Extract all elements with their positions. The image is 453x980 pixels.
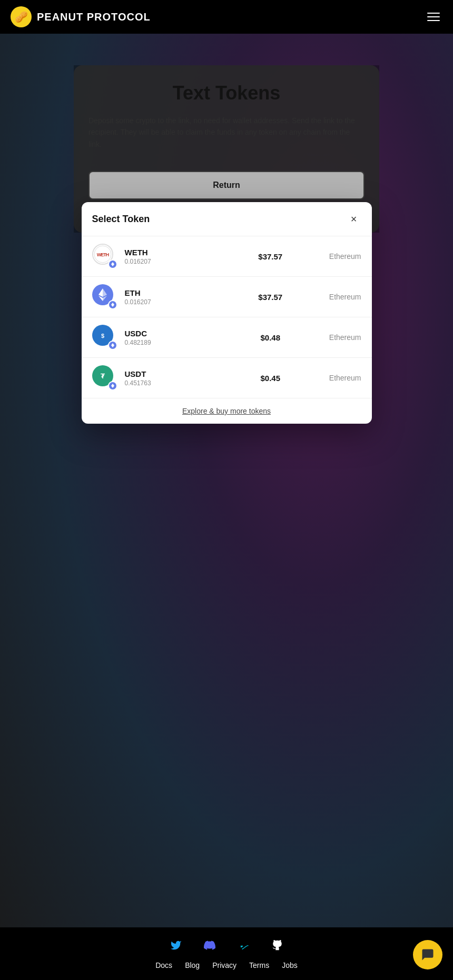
footer-link-jobs[interactable]: Jobs <box>282 961 298 969</box>
github-icon[interactable] <box>268 936 287 955</box>
usdt-chain: Ethereum <box>319 374 361 382</box>
header: 🥜 PEANUT PROTOCOL <box>0 0 453 34</box>
eth-chain-icon <box>108 300 117 309</box>
usdt-info: USDT 0.451763 <box>125 369 222 387</box>
hamburger-line-2 <box>427 16 440 17</box>
app-title: PEANUT PROTOCOL <box>37 11 151 23</box>
weth-symbol: WETH <box>125 248 222 257</box>
svg-marker-15 <box>111 384 114 388</box>
svg-marker-3 <box>111 262 114 266</box>
footer-link-docs[interactable]: Docs <box>155 961 172 969</box>
usdt-balance: 0.451763 <box>125 379 222 387</box>
usdc-symbol: USDC <box>125 329 222 338</box>
hamburger-line-3 <box>427 20 440 21</box>
usdc-icon-wrapper: $ <box>92 325 117 350</box>
weth-chain-icon <box>108 259 117 269</box>
modal-close-button[interactable]: × <box>347 212 361 226</box>
select-token-modal: Select Token × WETH <box>82 202 372 424</box>
header-left: 🥜 PEANUT PROTOCOL <box>11 6 151 27</box>
usdc-usd: $0.48 <box>222 333 319 342</box>
footer: Docs Blog Privacy Terms Jobs <box>0 927 453 980</box>
weth-icon-wrapper: WETH <box>92 244 117 269</box>
modal-title: Select Token <box>92 214 150 225</box>
svg-text:$: $ <box>101 333 104 339</box>
token-item-usdt[interactable]: ₮ USDT 0.451763 $0.4 <box>82 358 372 398</box>
svg-text:₮: ₮ <box>101 373 105 380</box>
main-card: Text Tokens Deposit some crypto to the l… <box>74 65 379 233</box>
gitbook-icon[interactable] <box>234 936 253 955</box>
eth-info: ETH 0.016207 <box>125 288 222 306</box>
logo-icon: 🥜 <box>11 6 32 27</box>
modal-overlay: Select Token × WETH <box>74 65 379 233</box>
weth-balance: 0.016207 <box>125 258 222 265</box>
svg-marker-9 <box>111 303 114 307</box>
usdt-icon-wrapper: ₮ <box>92 365 117 391</box>
token-item-eth[interactable]: ETH 0.016207 $37.57 Ethereum <box>82 277 372 317</box>
usdc-chain: Ethereum <box>319 333 361 342</box>
svg-text:WETH: WETH <box>96 252 109 257</box>
chat-button[interactable] <box>413 940 442 969</box>
modal-header: Select Token × <box>82 202 372 236</box>
eth-usd: $37.57 <box>222 293 319 302</box>
usdc-balance: 0.482189 <box>125 339 222 346</box>
weth-chain: Ethereum <box>319 252 361 261</box>
menu-button[interactable] <box>425 10 442 24</box>
usdt-symbol: USDT <box>125 369 222 378</box>
svg-marker-12 <box>111 343 114 347</box>
discord-icon[interactable] <box>200 936 219 955</box>
token-item-weth[interactable]: WETH WETH 0.016207 $ <box>82 236 372 277</box>
footer-icons <box>11 936 442 955</box>
footer-link-privacy[interactable]: Privacy <box>212 961 237 969</box>
footer-links: Docs Blog Privacy Terms Jobs <box>11 961 442 969</box>
weth-info: WETH 0.016207 <box>125 248 222 265</box>
explore-link[interactable]: Explore & buy more tokens <box>82 398 372 424</box>
eth-chain: Ethereum <box>319 293 361 301</box>
token-item-usdc[interactable]: $ USDC 0.482189 $0.4 <box>82 317 372 358</box>
twitter-icon[interactable] <box>166 936 185 955</box>
token-list: WETH WETH 0.016207 $ <box>82 236 372 398</box>
usdt-usd: $0.45 <box>222 374 319 383</box>
footer-link-terms[interactable]: Terms <box>249 961 269 969</box>
footer-link-blog[interactable]: Blog <box>185 961 200 969</box>
modal-body: WETH WETH 0.016207 $ <box>82 236 372 424</box>
usdc-info: USDC 0.482189 <box>125 329 222 346</box>
weth-usd: $37.57 <box>222 252 319 261</box>
hamburger-line-1 <box>427 13 440 14</box>
main-content: Text Tokens Deposit some crypto to the l… <box>0 34 453 285</box>
eth-balance: 0.016207 <box>125 298 222 306</box>
usdc-chain-icon <box>108 341 117 350</box>
eth-icon-wrapper <box>92 284 117 309</box>
eth-symbol: ETH <box>125 288 222 297</box>
usdt-chain-icon <box>108 381 117 391</box>
